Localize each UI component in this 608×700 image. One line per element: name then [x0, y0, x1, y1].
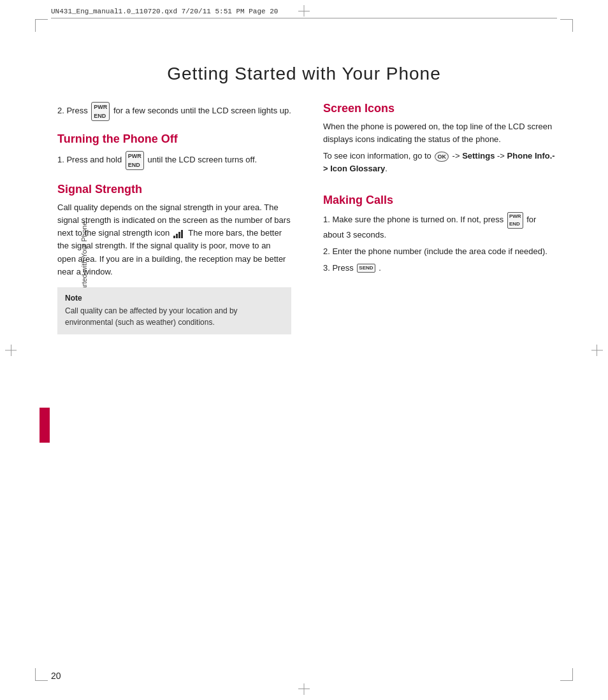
note-box: Note Call quality can be affected by you… [57, 287, 291, 334]
crosshair-right [591, 350, 603, 350]
right-column: Screen Icons When the phone is powered o… [317, 102, 557, 662]
svg-rect-2 [178, 232, 180, 238]
screen-icons-body2-prefix: To see icon information, go to [323, 151, 431, 161]
crosshair-right-v [597, 345, 597, 356]
making-calls-heading: Making Calls [323, 194, 557, 207]
turning-off-step1-suffix: until the LCD screen turns off. [147, 155, 257, 164]
making-calls-step3-suffix: . [379, 263, 381, 273]
making-calls-step2: 2. Enter the phone number (include the a… [323, 245, 557, 258]
header-text: UN431_Eng_manual1.0_110720.qxd 7/20/11 5… [51, 8, 278, 15]
signal-heading: Signal Strength [57, 183, 291, 196]
svg-rect-3 [181, 230, 183, 238]
corner-tr [560, 19, 573, 32]
page-container: UN431_Eng_manual1.0_110720.qxd 7/20/11 5… [0, 0, 608, 700]
crosshair-bottom [304, 683, 305, 695]
crosshair-left-v [11, 345, 11, 356]
turning-off-step1-prefix: 1. Press and hold [57, 155, 122, 164]
step2-text: for a few seconds until the LCD screen l… [113, 106, 291, 115]
ok-icon: OK [435, 152, 449, 162]
step2-label: 2. Press [57, 106, 88, 115]
signal-body1: Call quality depends on the signal stren… [57, 201, 291, 278]
page-number: 20 [51, 671, 61, 681]
header-line: UN431_Eng_manual1.0_110720.qxd 7/20/11 5… [51, 8, 557, 18]
page-title: Getting Started with Your Phone [0, 64, 608, 84]
screen-icons-heading: Screen Icons [323, 102, 557, 115]
corner-br [560, 668, 573, 681]
left-column: 2. Press PWREND for a few seconds until … [51, 102, 291, 662]
making-calls-step1-prefix: 1. Make sure the phone is turned on. If … [323, 215, 503, 224]
main-content: 2. Press PWREND for a few seconds until … [51, 102, 557, 662]
screen-icons-body2: To see icon information, go to OK -> Set… [323, 150, 557, 175]
turning-off-heading: Turning the Phone Off [57, 132, 291, 146]
svg-rect-0 [173, 236, 175, 238]
making-calls-step3-prefix: 3. Press [323, 263, 354, 273]
svg-rect-1 [176, 234, 178, 238]
note-text: Call quality can be affected by your loc… [65, 305, 284, 328]
note-title: Note [65, 294, 284, 303]
sidebar-accent-bar [40, 408, 50, 443]
crosshair-bottom-h [298, 689, 310, 689]
making-calls-step3: 3. Press SEND . [323, 262, 557, 275]
send-icon: SEND [357, 264, 375, 273]
turning-off-step1: 1. Press and hold PWREND until the LCD s… [57, 151, 291, 170]
pwr-end-icon-2: PWREND [126, 151, 144, 170]
corner-bl [35, 668, 48, 681]
making-calls-step1: 1. Make sure the phone is turned on. If … [323, 212, 557, 241]
step2-item: 2. Press PWREND for a few seconds until … [57, 102, 291, 121]
pwr-end-icon-1: PWREND [91, 102, 110, 121]
corner-tl [35, 19, 48, 32]
screen-icons-body1: When the phone is powered on, the top li… [323, 120, 557, 146]
pwr-end-icon-3: PWREND [507, 212, 523, 229]
signal-bars-icon [173, 229, 185, 238]
